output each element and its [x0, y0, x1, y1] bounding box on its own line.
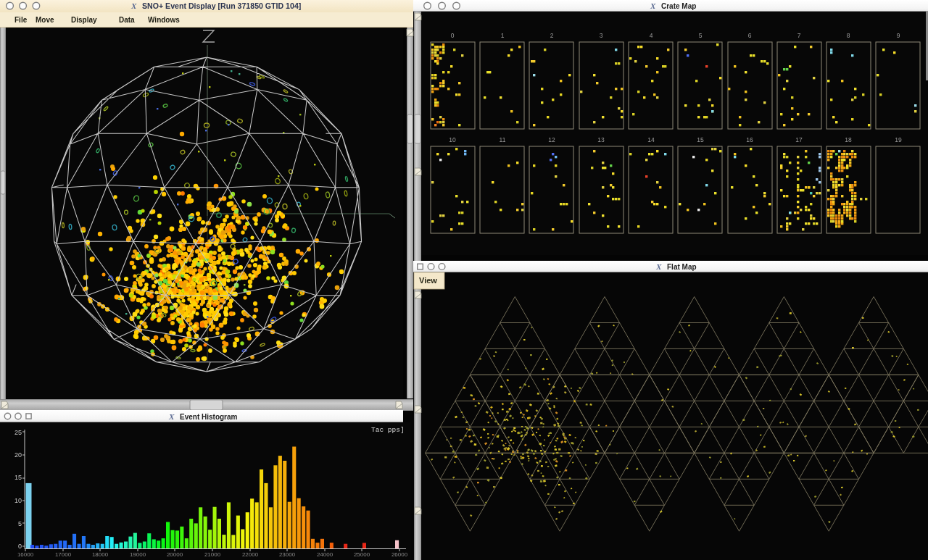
svg-text:View: View [419, 276, 437, 285]
svg-text:Display: Display [71, 16, 97, 24]
svg-text:0: 0 [18, 543, 22, 550]
svg-text:12: 12 [548, 136, 555, 143]
svg-text:16000: 16000 [17, 551, 34, 558]
svg-text:X: X [650, 1, 656, 10]
svg-text:18: 18 [845, 136, 852, 143]
svg-text:20: 20 [14, 451, 22, 459]
svg-text:15: 15 [14, 474, 22, 481]
svg-text:6: 6 [748, 32, 752, 39]
svg-text:19000: 19000 [130, 551, 146, 558]
svg-text:13: 13 [597, 136, 605, 143]
svg-text:3: 3 [600, 32, 603, 39]
svg-text:10: 10 [449, 136, 456, 143]
svg-text:25: 25 [14, 429, 22, 436]
svg-text:18000: 18000 [92, 551, 109, 558]
svg-text:14: 14 [647, 136, 655, 143]
svg-text:Move: Move [36, 16, 54, 24]
svg-text:11: 11 [500, 136, 506, 143]
svg-text:2: 2 [550, 32, 554, 39]
svg-text:7: 7 [798, 32, 801, 39]
svg-text:25000: 25000 [354, 551, 370, 558]
svg-text:16: 16 [746, 136, 753, 143]
svg-text:Data: Data [119, 16, 135, 24]
svg-text:File: File [14, 16, 28, 24]
svg-text:X: X [168, 412, 175, 421]
svg-text:1: 1 [501, 32, 505, 39]
svg-text:Crate Map: Crate Map [661, 2, 696, 10]
svg-text:4: 4 [650, 32, 653, 39]
svg-text:8: 8 [847, 32, 850, 39]
svg-text:17: 17 [795, 136, 803, 143]
svg-text:Event Histogram: Event Histogram [180, 413, 238, 421]
svg-text:Flat Map: Flat Map [667, 263, 697, 271]
svg-text:23000: 23000 [279, 551, 296, 558]
svg-text:20000: 20000 [167, 551, 183, 558]
svg-text:19: 19 [895, 136, 902, 143]
svg-text:15: 15 [697, 136, 704, 143]
svg-text:Tac pps]: Tac pps] [371, 426, 405, 434]
svg-text:26000: 26000 [392, 551, 408, 558]
svg-text:10: 10 [14, 497, 22, 504]
svg-text:22000: 22000 [242, 551, 259, 558]
svg-text:17000: 17000 [55, 551, 72, 558]
svg-text:0: 0 [451, 32, 455, 39]
svg-text:5: 5 [699, 32, 703, 39]
svg-text:SNO+ Event Display [Run 371850: SNO+ Event Display [Run 371850 GTID 104] [142, 1, 301, 10]
svg-text:X: X [655, 262, 662, 271]
svg-text:24000: 24000 [317, 551, 334, 558]
svg-text:5: 5 [18, 520, 22, 527]
svg-text:9: 9 [897, 32, 900, 39]
svg-text:X: X [130, 1, 137, 10]
svg-text:Windows: Windows [148, 16, 180, 24]
svg-text:21000: 21000 [204, 551, 221, 558]
